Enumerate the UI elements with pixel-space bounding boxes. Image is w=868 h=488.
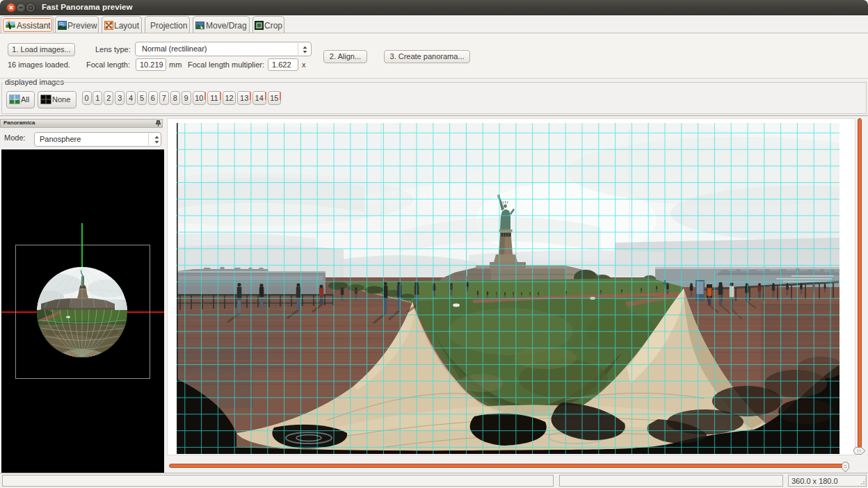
svg-text:GL: GL [59, 22, 64, 26]
